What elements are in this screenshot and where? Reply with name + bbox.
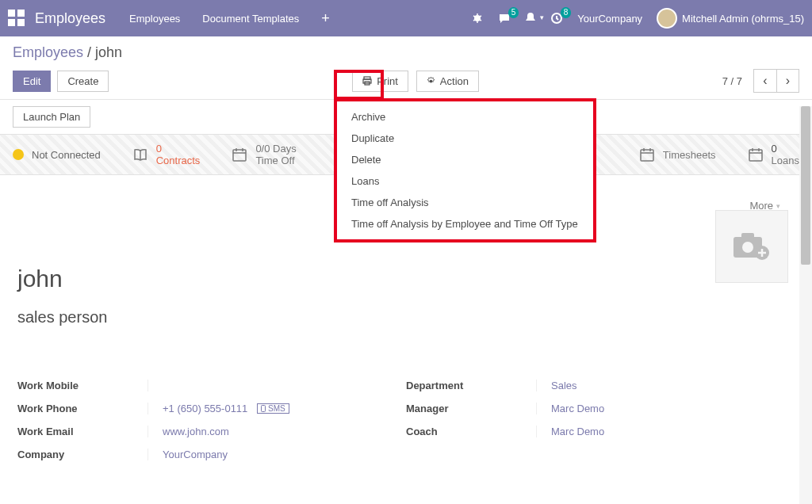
value-coach[interactable]: Marc Demo bbox=[537, 426, 604, 437]
control-panel: Employees / john Edit Create Print Actio… bbox=[0, 36, 812, 100]
pager-prev[interactable]: ‹ bbox=[754, 70, 776, 92]
breadcrumb-root[interactable]: Employees bbox=[13, 44, 83, 60]
activity-icon[interactable]: 8 bbox=[550, 12, 563, 25]
bug-icon[interactable] bbox=[471, 12, 484, 25]
action-delete[interactable]: Delete bbox=[337, 149, 593, 170]
presence-icon bbox=[13, 149, 24, 160]
company-switcher[interactable]: YourCompany bbox=[577, 13, 642, 25]
svg-rect-13 bbox=[261, 406, 265, 412]
apps-icon[interactable] bbox=[8, 10, 25, 27]
svg-rect-6 bbox=[233, 150, 246, 161]
nav-plus-icon[interactable]: + bbox=[321, 10, 330, 27]
stat-contracts-label: Contracts bbox=[156, 155, 201, 166]
action-label: Action bbox=[440, 75, 469, 87]
employee-title: sales person bbox=[17, 308, 795, 326]
scrollbar-thumb[interactable] bbox=[801, 106, 810, 265]
value-work-email[interactable]: www.john.com bbox=[148, 426, 229, 437]
svg-rect-8 bbox=[749, 150, 762, 161]
calendar-icon bbox=[748, 147, 764, 162]
label-coach: Coach bbox=[406, 426, 537, 437]
work-phone-text: +1 (650) 555-0111 bbox=[163, 403, 247, 414]
value-company[interactable]: YourCompany bbox=[148, 449, 228, 460]
action-duplicate[interactable]: Duplicate bbox=[337, 128, 593, 149]
launch-plan-button[interactable]: Launch Plan bbox=[13, 106, 90, 128]
label-company: Company bbox=[17, 449, 148, 460]
chat-badge: 5 bbox=[508, 7, 519, 18]
stat-timeoff[interactable]: 0/0 Days Time Off bbox=[232, 143, 296, 166]
pager-buttons: ‹ › bbox=[753, 69, 799, 93]
calendar-icon bbox=[232, 147, 247, 162]
breadcrumb: Employees / john bbox=[13, 44, 799, 61]
stat-loans[interactable]: 0 Loans bbox=[748, 143, 799, 166]
stat-contracts[interactable]: 0 Contracts bbox=[132, 143, 201, 166]
calendar-icon bbox=[639, 147, 655, 162]
nav-employees[interactable]: Employees bbox=[129, 13, 180, 25]
pager-next[interactable]: › bbox=[776, 70, 799, 92]
create-button[interactable]: Create bbox=[57, 71, 109, 92]
employee-name: john bbox=[17, 265, 795, 292]
svg-point-0 bbox=[474, 15, 481, 21]
breadcrumb-leaf: john bbox=[95, 44, 122, 60]
print-button[interactable]: Print bbox=[352, 71, 408, 92]
sms-button[interactable]: SMS bbox=[257, 403, 289, 414]
camera-icon bbox=[732, 231, 772, 262]
action-time-off-analysis-by[interactable]: Time off Analysis by Employee and Time O… bbox=[337, 213, 593, 235]
pager-label: 7 / 7 bbox=[722, 75, 742, 87]
app-title: Employees bbox=[35, 10, 105, 27]
chat-icon[interactable]: 5 bbox=[498, 12, 511, 25]
label-department: Department bbox=[406, 380, 537, 391]
print-icon bbox=[362, 76, 372, 86]
action-loans[interactable]: Loans bbox=[337, 170, 593, 192]
stat-connection[interactable]: Not Connected bbox=[13, 149, 101, 161]
gear-icon bbox=[427, 77, 435, 86]
action-time-off-analysis[interactable]: Time off Analysis bbox=[337, 192, 593, 213]
book-icon bbox=[132, 147, 148, 162]
label-manager: Manager bbox=[406, 403, 537, 414]
action-dropdown: Archive Duplicate Delete Loans Time off … bbox=[334, 98, 596, 242]
stat-loans-label: Loans bbox=[772, 155, 799, 166]
employee-photo[interactable] bbox=[715, 210, 788, 283]
stat-connection-label: Not Connected bbox=[32, 149, 101, 161]
label-work-phone: Work Phone bbox=[17, 403, 148, 414]
action-button[interactable]: Action bbox=[416, 71, 479, 92]
value-work-mobile[interactable] bbox=[148, 380, 163, 391]
svg-point-11 bbox=[742, 242, 753, 253]
label-work-mobile: Work Mobile bbox=[17, 380, 148, 391]
value-work-phone[interactable]: +1 (650) 555-0111 SMS bbox=[148, 403, 289, 414]
user-name: Mitchell Admin (ohrms_15) bbox=[682, 13, 804, 25]
stat-timesheets-label: Timesheets bbox=[663, 149, 716, 161]
sms-label: SMS bbox=[268, 404, 285, 413]
nav-document-templates[interactable]: Document Templates bbox=[202, 13, 299, 25]
value-department[interactable]: Sales bbox=[537, 380, 577, 391]
mobile-icon bbox=[261, 405, 266, 412]
label-work-email: Work Email bbox=[17, 426, 148, 437]
svg-rect-7 bbox=[641, 150, 653, 161]
activity-badge: 8 bbox=[561, 7, 572, 18]
bell-icon[interactable]: ▾ bbox=[525, 12, 536, 25]
stat-contracts-num: 0 bbox=[156, 143, 201, 155]
action-archive[interactable]: Archive bbox=[337, 106, 593, 128]
svg-rect-10 bbox=[741, 233, 754, 239]
stat-loans-num: 0 bbox=[772, 143, 799, 155]
edit-button[interactable]: Edit bbox=[13, 71, 51, 92]
top-navbar: Employees Employees Document Templates +… bbox=[0, 0, 812, 36]
print-label: Print bbox=[377, 75, 398, 87]
stat-timesheets[interactable]: Timesheets bbox=[639, 147, 716, 162]
user-menu[interactable]: Mitchell Admin (ohrms_15) bbox=[657, 8, 804, 29]
breadcrumb-sep: / bbox=[87, 44, 91, 60]
scrollbar[interactable] bbox=[799, 106, 812, 504]
avatar-icon bbox=[657, 8, 677, 29]
value-manager[interactable]: Marc Demo bbox=[537, 403, 604, 414]
stat-timeoff-label: Time Off bbox=[255, 155, 296, 166]
field-grid: Work Mobile Work Phone +1 (650) 555-0111… bbox=[17, 374, 795, 466]
stat-timeoff-num: 0/0 Days bbox=[255, 143, 296, 155]
